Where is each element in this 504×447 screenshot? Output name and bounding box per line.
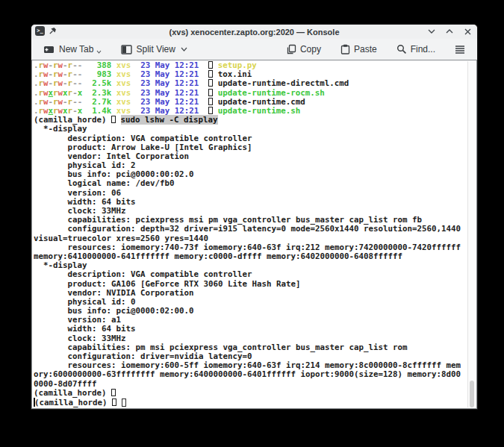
terminal-text-segment: capabilities: pm msi pciexpress vga_cont… [34,343,408,352]
terminal-text-segment: version: 06 [34,188,121,198]
terminal-text-segment: *-display [34,124,87,134]
terminal-text-segment: 388 [82,61,111,70]
terminal-text-segment: -- [72,69,82,79]
terminal-text-segment: capabilities: pciexpress msi pm vga_cont… [34,215,422,225]
new-tab-button[interactable]: New Tab [39,41,106,57]
split-view-icon [121,45,132,54]
terminal-text-segment: description: VGA compatible controller [34,269,252,279]
terminal-text-segment: update-runtime-directml.cmd [218,78,349,88]
close-button[interactable] [463,27,472,36]
terminal-text-segment: update-runtime.sh [218,106,301,116]
find-label: Find... [411,44,435,54]
terminal-text-segment [199,61,208,70]
terminal-text-segment: logical name: /dev/fb0 [34,178,175,188]
terminal-text-segment [199,97,208,107]
terminal-text-segment: 2.7k [82,97,111,107]
terminal-text-segment: -- [72,78,82,88]
terminal-cursor [122,398,126,407]
terminal-text-segment: setup.py [218,61,257,70]
split-view-label: Split View [136,44,175,54]
terminal-text-segment: resources: iomemory:600-5ff iomemory:640… [34,360,461,370]
find-button[interactable]: Find... [392,41,440,57]
terminal-text-segment: resources: iomemory:740-73f iomemory:640… [34,243,461,252]
terminal-text-segment: -- [72,97,82,107]
terminal-text-segment: 23 May 12:21 [140,88,199,98]
terminal-output[interactable]: .rw-rw-r-- 388 xvs 23 May 12:21 setup.py… [34,61,467,408]
terminal-text-segment: physical id: 2 [34,160,136,170]
terminal-text-segment [116,115,121,125]
maximize-button[interactable] [445,27,454,36]
terminal-text-segment: 1.4k [82,106,111,116]
window-controls [427,27,472,36]
paste-button[interactable]: Paste [336,41,382,57]
terminal-text-segment [199,69,208,79]
terminal-text-segment: (camilla_horde) [34,398,112,407]
toolbar: New Tab Split View [31,39,477,60]
terminal-text-segment: 23 May 12:21 [140,61,199,70]
terminal-text-segment: physical id: 0 [34,297,136,307]
terminal-text-segment: update-runtime.cmd [218,97,305,107]
paste-icon [340,44,350,54]
terminal-text-segment: bus info: pci@0000:00:02.0 [34,169,194,179]
pin-icon [49,27,57,35]
terminal-text-segment: vendor: Intel Corporation [34,151,189,161]
terminal-text-segment [131,106,140,116]
copy-button[interactable]: Copy [281,41,326,57]
menu-button[interactable] [450,42,470,57]
terminal-text-segment [131,61,140,70]
terminal-text-segment [131,88,140,98]
titlebar-icons: >_ [35,26,57,36]
terminal-line: ory:6000000000-63ffffffff memory:6400000… [34,370,467,379]
terminal-text-segment: xvs [116,61,131,70]
terminal-text-segment: width: 64 bits [34,324,136,334]
konsole-app-icon: >_ [35,26,45,36]
terminal-line: (camilla_horde) [34,398,467,407]
terminal-text-segment: product: Arrow Lake-U [Intel Graphics] [34,143,252,152]
terminal-text-segment: 23 May 12:21 [140,106,199,116]
terminal-text-segment: clock: 33MHz [34,334,126,343]
terminal-text-segment: sudo lshw -C display [121,115,218,125]
terminal-text-segment [199,106,208,116]
terminal-text-segment: visual=truecolor xres=2560 yres=1440 [34,234,208,243]
scrollbar-track[interactable] [467,61,476,407]
terminal-text-segment: configuration: depth=32 driver=i915 late… [34,224,461,234]
terminal-text-segment: -- [72,61,82,70]
terminal-text-segment: 23 May 12:21 [140,78,199,88]
new-tab-dropdown-caret[interactable] [96,50,102,54]
paste-label: Paste [354,44,377,54]
terminal-text-segment [199,88,208,98]
terminal-text-segment: product: GA106 [GeForce RTX 3060 Lite Ha… [34,279,301,289]
terminal-text-segment: memory:6410000000-641fffffff memory:c000… [34,251,402,261]
terminal-text-segment: xvs [116,88,131,98]
scrollbar-thumb[interactable] [470,381,474,407]
window-title: (xvs) xenocenter.zapto.org:2020 — Konsol… [31,28,477,37]
new-tab-label: New Tab [59,44,93,54]
terminal-text-segment: 0000-8d07ffff [34,379,97,389]
minimize-button[interactable] [427,27,436,36]
new-tab-icon [43,44,55,54]
terminal-text-segment: clock: 33MHz [34,206,126,216]
konsole-window: >_ (xvs) xenocenter.zapto.org:2020 — Kon… [31,25,477,409]
terminal-text-segment [131,97,140,107]
toolbar-left: New Tab Split View [39,41,192,57]
copy-label: Copy [300,44,321,54]
split-view-dropdown-caret[interactable] [181,47,187,51]
titlebar[interactable]: >_ (xvs) xenocenter.zapto.org:2020 — Kon… [31,25,477,39]
split-view-button[interactable]: Split View [116,41,191,57]
terminal-text-segment: tox.ini [218,69,252,79]
terminal-text-segment: xvs [116,69,131,79]
toolbar-right: Copy Paste Find... [281,41,470,57]
terminal-text-segment: xvs [116,106,131,116]
terminal-text-segment [131,69,140,79]
missing-glyph-icon [111,389,116,396]
terminal-text-segment [131,78,140,88]
terminal-text-segment: xvs [116,97,131,107]
terminal-line: (camilla_horde) [34,389,467,398]
terminal-text-segment: xvs [116,78,131,88]
terminal-text-segment: (camilla_horde) [34,388,111,398]
terminal-text-segment: version: a1 [34,315,121,325]
terminal-text-segment: width: 64 bits [34,197,136,207]
terminal-text-segment: 983 [82,69,111,79]
terminal-text-segment: update-runtime-rocm.sh [218,88,325,98]
copy-icon [286,44,296,54]
